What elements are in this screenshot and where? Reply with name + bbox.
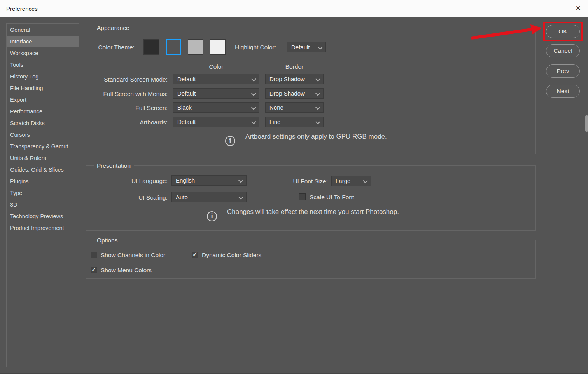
standard-screen-mode-label: Standard Screen Mode: xyxy=(86,75,168,83)
ui-language-label: UI Language: xyxy=(86,177,168,185)
sidebar-item-transparency-gamut[interactable]: Transparency & Gamut xyxy=(7,141,79,152)
presentation-legend: Presentation xyxy=(94,162,134,170)
sidebar-item-units-rulers[interactable]: Units & Rulers xyxy=(7,152,79,164)
sidebar-item-product-improvement[interactable]: Product Improvement xyxy=(7,222,79,234)
ui-font-size-select[interactable]: Large xyxy=(331,176,371,186)
sidebar-item-tools[interactable]: Tools xyxy=(7,59,79,71)
full-screen-border-select[interactable]: None xyxy=(265,102,324,113)
chevron-down-icon xyxy=(315,105,320,110)
artboards-color-select[interactable]: Default xyxy=(173,117,259,127)
show-channels-in-color-checkbox[interactable] xyxy=(91,252,97,258)
presentation-panel: Presentation UI Language: English UI Fon… xyxy=(86,165,536,231)
chevron-down-icon xyxy=(318,45,323,50)
chevron-down-icon xyxy=(251,77,256,82)
color-theme-swatch-darkest[interactable] xyxy=(144,39,159,55)
chevron-down-icon xyxy=(251,119,256,124)
full-screen-label: Full Screen: xyxy=(86,104,168,112)
close-icon[interactable]: ✕ xyxy=(576,0,581,17)
ui-scaling-select[interactable]: Auto xyxy=(172,192,247,202)
sidebar-item-plugins[interactable]: Plugins xyxy=(7,176,79,187)
dynamic-color-sliders-checkbox[interactable] xyxy=(192,252,198,258)
appearance-panel: Appearance Color Theme: Highlight Color:… xyxy=(86,28,536,154)
sidebar-item-guides-grid-slices[interactable]: Guides, Grid & Slices xyxy=(7,164,79,176)
cancel-button[interactable]: Cancel xyxy=(546,44,580,57)
chevron-down-icon xyxy=(251,105,256,110)
chevron-down-icon xyxy=(315,77,320,82)
sidebar-item-scratch-disks[interactable]: Scratch Disks xyxy=(7,117,79,129)
chevron-down-icon xyxy=(315,119,320,124)
full-screen-menus-border-select[interactable]: Drop Shadow xyxy=(265,88,324,99)
options-legend: Options xyxy=(94,236,121,244)
color-theme-label: Color Theme: xyxy=(86,43,135,51)
artboard-info-text: Artboard settings only apply to GPU RGB … xyxy=(245,132,387,141)
prev-button[interactable]: Prev xyxy=(546,64,580,78)
info-icon xyxy=(207,211,217,221)
show-menu-colors-checkbox[interactable] xyxy=(91,267,97,273)
sidebar-item-performance[interactable]: Performance xyxy=(7,106,79,117)
scrollbar-thumb[interactable] xyxy=(585,115,588,132)
sidebar-item-workspace[interactable]: Workspace xyxy=(7,47,79,59)
chevron-down-icon xyxy=(315,91,320,96)
ui-scaling-label: UI Scaling: xyxy=(86,193,168,202)
sidebar-item-type[interactable]: Type xyxy=(7,187,79,199)
info-icon xyxy=(225,136,235,146)
sidebar-item-export[interactable]: Export xyxy=(7,94,79,106)
sidebar-item-general[interactable]: General xyxy=(7,24,79,36)
scale-ui-to-font-label: Scale UI To Font xyxy=(310,193,354,201)
titlebar: Preferences ✕ xyxy=(0,0,588,17)
highlight-color-label: Highlight Color: xyxy=(235,43,276,51)
color-theme-swatch-medium-light[interactable] xyxy=(188,39,203,55)
color-theme-swatch-medium-dark[interactable] xyxy=(166,39,181,55)
sidebar-item-cursors[interactable]: Cursors xyxy=(7,129,79,141)
standard-screen-mode-color-select[interactable]: Default xyxy=(173,74,259,84)
sidebar-item-history-log[interactable]: History Log xyxy=(7,71,79,82)
show-channels-in-color-label: Show Channels in Color xyxy=(101,251,165,259)
column-header-border: Border xyxy=(265,63,324,71)
options-panel: Options Show Channels in Color Dynamic C… xyxy=(86,240,536,279)
scale-ui-to-font-checkbox[interactable] xyxy=(299,193,306,200)
color-theme-swatch-light[interactable] xyxy=(210,39,226,55)
ui-font-size-label: UI Font Size: xyxy=(256,177,328,185)
full-screen-menus-color-select[interactable]: Default xyxy=(173,88,259,99)
chevron-down-icon xyxy=(363,178,368,183)
ui-language-select[interactable]: English xyxy=(172,175,247,186)
ok-button[interactable]: OK xyxy=(546,25,580,38)
chevron-down-icon xyxy=(238,195,243,200)
sidebar-item-technology-previews[interactable]: Technology Previews xyxy=(7,210,79,222)
sidebar-item-interface[interactable]: Interface xyxy=(7,36,79,47)
sidebar-item-file-handling[interactable]: File Handling xyxy=(7,82,79,94)
column-header-color: Color xyxy=(173,63,259,71)
show-menu-colors-label: Show Menu Colors xyxy=(101,266,152,274)
next-button[interactable]: Next xyxy=(546,85,580,98)
appearance-legend: Appearance xyxy=(94,24,133,32)
full-screen-with-menus-label: Full Screen with Menus: xyxy=(86,90,168,98)
sidebar: General Interface Workspace Tools Histor… xyxy=(6,23,79,367)
artboards-border-select[interactable]: Line xyxy=(265,117,324,127)
dynamic-color-sliders-label: Dynamic Color Sliders xyxy=(202,251,261,259)
sidebar-item-3d[interactable]: 3D xyxy=(7,199,79,210)
chevron-down-icon xyxy=(251,91,256,96)
highlight-color-select[interactable]: Default xyxy=(287,42,326,52)
window-title: Preferences xyxy=(6,0,38,17)
artboards-label: Artboards: xyxy=(86,118,168,126)
restart-info-text: Changes will take effect the next time y… xyxy=(227,208,399,216)
full-screen-color-select[interactable]: Black xyxy=(173,102,259,113)
standard-screen-mode-border-select[interactable]: Drop Shadow xyxy=(265,74,324,84)
chevron-down-icon xyxy=(238,178,243,183)
